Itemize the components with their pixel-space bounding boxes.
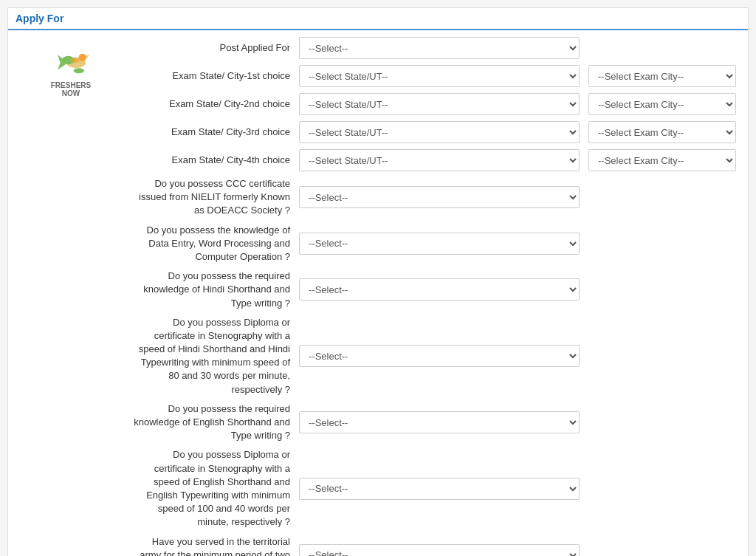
ccc-control: --Select-- bbox=[295, 174, 584, 221]
english-shorthand-control: --Select-- bbox=[295, 399, 584, 446]
territorial-army-select[interactable]: --Select-- bbox=[299, 544, 580, 556]
exam-state-3-label: Exam State/ City-3rd choice bbox=[126, 118, 295, 146]
exam-city-3-control: --Select Exam City-- bbox=[584, 118, 740, 146]
exam-state-1-select[interactable]: --Select State/UT-- bbox=[299, 65, 580, 87]
exam-state-1-label: Exam State/ City-1st choice bbox=[126, 62, 295, 90]
territorial-army-control: --Select-- bbox=[295, 532, 584, 557]
exam-state-2-select[interactable]: --Select State/UT-- bbox=[299, 93, 580, 115]
english-shorthand-select[interactable]: --Select-- bbox=[299, 411, 580, 433]
form-body: FRESHERS NOW Post Applied For --Select-- bbox=[8, 30, 748, 556]
hindi-diploma-row: Do you possess Diploma or certificate in… bbox=[126, 313, 740, 399]
apply-for-title: Apply For bbox=[16, 13, 63, 24]
post-applied-select[interactable]: --Select-- bbox=[299, 37, 580, 59]
post-applied-label: Post Applied For bbox=[126, 34, 295, 62]
territorial-army-label: Have you served in the territorial army … bbox=[126, 532, 295, 557]
logo-column: FRESHERS NOW bbox=[16, 34, 126, 100]
exam-state-3-select[interactable]: --Select State/UT-- bbox=[299, 121, 580, 143]
data-entry-select[interactable]: --Select-- bbox=[299, 233, 580, 255]
exam-state-4-label: Exam State/ City-4th choice bbox=[126, 146, 295, 174]
exam-state-2-control: --Select State/UT-- bbox=[295, 90, 584, 118]
ccc-row: Do you possess CCC certificate issued fr… bbox=[126, 174, 740, 221]
english-shorthand-row: Do you possess the required knowledge of… bbox=[126, 399, 740, 446]
hindi-diploma-control: --Select-- bbox=[295, 313, 584, 399]
post-applied-row: Post Applied For --Select-- bbox=[126, 34, 740, 62]
hindi-diploma-label: Do you possess Diploma or certificate in… bbox=[126, 313, 295, 399]
exam-city-3-select[interactable]: --Select Exam City-- bbox=[588, 121, 736, 143]
english-diploma-control: --Select-- bbox=[295, 445, 584, 532]
main-page: Apply For FRESHERS NOW bbox=[7, 7, 749, 556]
form-column: Post Applied For --Select-- Exam State/ … bbox=[126, 34, 740, 556]
english-diploma-row: Do you possess Diploma or certificate in… bbox=[126, 445, 740, 532]
ccc-select[interactable]: --Select-- bbox=[299, 186, 580, 208]
exam-city-1-select[interactable]: --Select Exam City-- bbox=[588, 65, 736, 87]
logo-text: FRESHERS NOW bbox=[41, 81, 100, 97]
english-diploma-select[interactable]: --Select-- bbox=[299, 478, 580, 500]
exam-state-2-label: Exam State/ City-2nd choice bbox=[126, 90, 295, 118]
data-entry-control: --Select-- bbox=[295, 221, 584, 267]
svg-point-3 bbox=[74, 68, 84, 73]
english-diploma-label: Do you possess Diploma or certificate in… bbox=[126, 445, 295, 532]
english-shorthand-label: Do you possess the required knowledge of… bbox=[126, 399, 295, 446]
data-entry-label: Do you possess the knowledge of Data Ent… bbox=[126, 221, 295, 267]
exam-city-2-control: --Select Exam City-- bbox=[584, 90, 740, 118]
exam-city-1-control: --Select Exam City-- bbox=[584, 62, 740, 90]
exam-city-2-select[interactable]: --Select Exam City-- bbox=[588, 93, 736, 115]
exam-city-4-select[interactable]: --Select Exam City-- bbox=[588, 149, 736, 171]
svg-point-2 bbox=[79, 54, 86, 61]
logo-placeholder: FRESHERS NOW bbox=[41, 41, 100, 100]
post-applied-control: --Select-- bbox=[295, 34, 584, 62]
exam-city-4-control: --Select Exam City-- bbox=[584, 146, 740, 174]
ccc-label: Do you possess CCC certificate issued fr… bbox=[126, 174, 295, 221]
hindi-shorthand-select[interactable]: --Select-- bbox=[299, 278, 580, 301]
exam-state-3-row: Exam State/ City-3rd choice --Select Sta… bbox=[126, 118, 740, 146]
exam-state-4-control: --Select State/UT-- bbox=[295, 146, 584, 174]
svg-marker-4 bbox=[86, 55, 89, 58]
hindi-diploma-select[interactable]: --Select-- bbox=[299, 345, 580, 367]
exam-state-4-row: Exam State/ City-4th choice --Select Sta… bbox=[126, 146, 740, 174]
exam-state-3-control: --Select State/UT-- bbox=[295, 118, 584, 146]
exam-state-4-select[interactable]: --Select State/UT-- bbox=[299, 149, 580, 171]
application-form-table: Post Applied For --Select-- Exam State/ … bbox=[126, 34, 740, 556]
hindi-shorthand-label: Do you possess the required knowledge of… bbox=[126, 267, 295, 313]
territorial-army-row: Have you served in the territorial army … bbox=[126, 532, 740, 557]
freshers-now-logo-icon bbox=[49, 44, 93, 81]
exam-state-2-row: Exam State/ City-2nd choice --Select Sta… bbox=[126, 90, 740, 118]
exam-state-1-control: --Select State/UT-- bbox=[295, 62, 584, 90]
apply-for-header: Apply For bbox=[8, 8, 748, 30]
data-entry-row: Do you possess the knowledge of Data Ent… bbox=[126, 221, 740, 267]
hindi-shorthand-row: Do you possess the required knowledge of… bbox=[126, 267, 740, 313]
svg-point-6 bbox=[71, 58, 79, 63]
exam-state-1-row: Exam State/ City-1st choice --Select Sta… bbox=[126, 62, 740, 90]
hindi-shorthand-control: --Select-- bbox=[295, 267, 584, 313]
